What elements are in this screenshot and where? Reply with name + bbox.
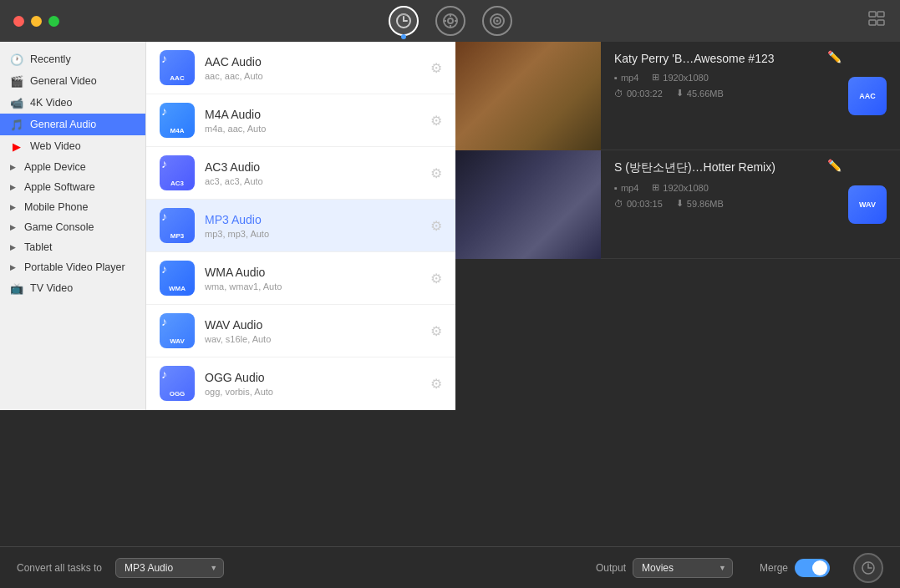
wav-gear-icon[interactable]: ⚙ xyxy=(430,323,442,339)
window-controls xyxy=(13,16,59,27)
convert-select[interactable]: MP3 Audio xyxy=(115,558,224,578)
ogg-sub: ogg, vorbis, Auto xyxy=(205,387,430,397)
format-item-m4a[interactable]: ♪ M4A M4A Audio m4a, aac, Auto ⚙ xyxy=(146,94,455,147)
svg-rect-12 xyxy=(869,20,876,25)
sidebar-item-tablet[interactable]: Tablet xyxy=(0,237,145,257)
svg-point-9 xyxy=(496,20,498,23)
duration-label-2: ⏱ 00:03:22 xyxy=(614,89,663,99)
convert-button[interactable] xyxy=(853,553,883,583)
video-meta-4: ⏱ 00:03:22 ⬇ 45.66MB xyxy=(614,88,887,99)
sidebar-item-4k-video[interactable]: 📹 4K Video xyxy=(0,92,145,114)
right-panel: ♪ AAC AAC Audio aac, aac, Auto ⚙ ♪ M4A M… xyxy=(146,42,455,410)
merge-toggle[interactable] xyxy=(795,559,830,577)
wav-sub: wav, s16le, Auto xyxy=(205,334,430,344)
edit-icon-2[interactable]: ✏️ xyxy=(827,50,842,63)
aac-icon: ♪ AAC xyxy=(160,50,195,85)
format-details-aac: AAC Audio aac, aac, Auto xyxy=(205,55,430,81)
size-label-2: ⬇ 45.66MB xyxy=(676,88,724,99)
left-panel: 🕐 Recently 🎬 General Video 📹 4K Video 🎵 … xyxy=(0,42,146,410)
apple-device-label: Apple Device xyxy=(24,161,86,173)
format-item-wav[interactable]: ♪ WAV WAV Audio wav, s16le, Auto ⚙ xyxy=(146,305,455,357)
format-details-wav: WAV Audio wav, s16le, Auto xyxy=(205,318,430,344)
format-details-wma: WMA Audio wma, wmav1, Auto xyxy=(205,266,430,291)
format-item-ac3[interactable]: ♪ AC3 AC3 Audio ac3, ac3, Auto ⚙ xyxy=(146,147,455,200)
toggle-knob xyxy=(812,560,827,575)
wma-name: WMA Audio xyxy=(205,266,430,279)
video-title-2: Katy Perry 'B…Awesome #123 xyxy=(614,52,848,65)
format-badge-2: AAC xyxy=(848,77,887,115)
format-item-ogg[interactable]: ♪ OGG OGG Audio ogg, vorbis, Auto ⚙ xyxy=(146,357,455,410)
format-dropdown: 🕐 Recently 🎬 General Video 📹 4K Video 🎵 … xyxy=(0,42,455,410)
sidebar-item-web-video[interactable]: ▶ Web Video xyxy=(0,135,145,157)
convert-label: Convert all tasks to xyxy=(17,562,102,574)
mp3-icon: ♪ MP3 xyxy=(160,208,195,243)
sidebar-item-general-video[interactable]: 🎬 General Video xyxy=(0,70,145,92)
format-badge-4: WAV xyxy=(848,185,887,224)
thumbnail-2 xyxy=(450,42,601,150)
tv-video-label: TV Video xyxy=(30,282,73,294)
general-video-label: General Video xyxy=(30,75,97,87)
video-icon: 🎬 xyxy=(10,74,23,88)
m4a-name: M4A Audio xyxy=(205,108,430,121)
sidebar-item-game-console[interactable]: Game Console xyxy=(0,217,145,237)
4k-label: 4K Video xyxy=(30,97,73,109)
format-details-mp3: MP3 Audio mp3, mp3, Auto xyxy=(205,213,430,239)
sidebar-item-portable-player[interactable]: Portable Video Player xyxy=(0,257,145,277)
sidebar-item-mobile-phone[interactable]: Mobile Phone xyxy=(0,197,145,217)
minimize-button[interactable] xyxy=(31,16,42,27)
wma-gear-icon[interactable]: ⚙ xyxy=(430,271,442,286)
output-select-wrapper: Movies xyxy=(633,558,733,578)
format-item-wma[interactable]: ♪ WMA WMA Audio wma, wmav1, Auto ⚙ xyxy=(146,252,455,305)
format-item-mp3[interactable]: ♪ MP3 MP3 Audio mp3, mp3, Auto ⚙ xyxy=(146,200,455,252)
ac3-name: AC3 Audio xyxy=(205,160,430,174)
output-section: Output Movies xyxy=(596,558,733,578)
mp3-gear-icon[interactable]: ⚙ xyxy=(430,218,442,234)
video-meta-8: ⏱00:03:15 ⬇59.86MB xyxy=(614,198,887,209)
close-button[interactable] xyxy=(13,16,24,27)
maximize-button[interactable] xyxy=(48,16,59,27)
apple-software-label: Apple Software xyxy=(24,181,95,193)
format-item-aac[interactable]: ♪ AAC AAC Audio aac, aac, Auto ⚙ xyxy=(146,42,455,94)
svg-rect-10 xyxy=(869,12,876,17)
resolution-label-2: ⊞ 1920x1080 xyxy=(652,72,708,83)
output-label: Output xyxy=(596,562,626,574)
ac3-gear-icon[interactable]: ⚙ xyxy=(430,165,442,181)
aac-sub: aac, aac, Auto xyxy=(205,71,430,81)
wma-sub: wma, wmav1, Auto xyxy=(205,281,430,291)
game-console-label: Game Console xyxy=(24,221,94,233)
portable-player-label: Portable Video Player xyxy=(24,261,125,273)
titlebar-right-icon[interactable] xyxy=(867,9,887,33)
bottom-bar: Convert all tasks to MP3 Audio Output Mo… xyxy=(0,546,900,588)
edit-icon-4[interactable]: ✏️ xyxy=(827,159,842,172)
wav-name: WAV Audio xyxy=(205,318,430,332)
m4a-gear-icon[interactable]: ⚙ xyxy=(430,113,442,129)
output-select[interactable]: Movies xyxy=(633,558,733,578)
ogg-gear-icon[interactable]: ⚙ xyxy=(430,376,442,392)
video-title-4: S (방탄소년단)…Hotter Remix) xyxy=(614,160,848,175)
aac-gear-icon[interactable]: ⚙ xyxy=(430,60,442,76)
web-video-label: Web Video xyxy=(30,140,81,152)
sidebar-item-recently[interactable]: 🕐 Recently xyxy=(0,48,145,70)
general-audio-label: General Audio xyxy=(30,119,96,130)
svg-point-2 xyxy=(448,18,453,23)
sidebar-item-tv-video[interactable]: 📺 TV Video xyxy=(0,277,145,299)
titlebar xyxy=(0,0,900,42)
format-label-2: ▪ mp4 xyxy=(614,73,638,83)
mobile-phone-label: Mobile Phone xyxy=(24,201,88,213)
video-info-4: ✏️ S (방탄소년단)…Hotter Remix) ▪mp4 ⊞1920x10… xyxy=(601,150,900,258)
sidebar-item-apple-software[interactable]: Apple Software xyxy=(0,177,145,197)
clock-icon: 🕐 xyxy=(10,53,23,66)
convert-tab-icon[interactable] xyxy=(389,6,419,36)
merge-section: Merge xyxy=(760,559,830,577)
format-details-ogg: OGG Audio ogg, vorbis, Auto xyxy=(205,371,430,397)
sidebar-item-apple-device[interactable]: Apple Device xyxy=(0,157,145,177)
format-details-ac3: AC3 Audio ac3, ac3, Auto xyxy=(205,160,430,186)
recently-label: Recently xyxy=(30,53,71,65)
web-icon: ▶ xyxy=(10,139,23,153)
m4a-icon: ♪ M4A xyxy=(160,103,195,138)
toolbox-tab-icon[interactable] xyxy=(482,6,512,36)
merge-label: Merge xyxy=(760,562,788,574)
sidebar-item-general-audio[interactable]: 🎵 General Audio xyxy=(0,114,145,135)
editor-tab-icon[interactable] xyxy=(435,6,465,36)
svg-rect-11 xyxy=(877,12,884,17)
